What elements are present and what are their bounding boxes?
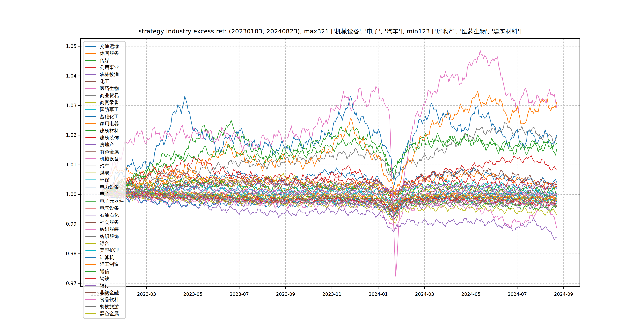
- legend-label: 电气设备: [100, 205, 119, 211]
- y-axis: 0.970.980.991.001.011.021.031.041.05: [66, 44, 80, 286]
- legend-item: 石油石化: [84, 212, 126, 219]
- y-tick-label: 1.02: [66, 132, 76, 138]
- legend-label: 纺织服装: [100, 226, 119, 232]
- y-tick-label: 1.03: [66, 103, 76, 108]
- legend-swatch: [85, 46, 96, 47]
- y-tick-label: 0.98: [66, 251, 76, 256]
- gridlines: [80, 38, 580, 286]
- x-tick-label: 2024-05: [461, 292, 480, 297]
- legend-swatch: [85, 123, 96, 124]
- legend-label: 房地产: [100, 142, 114, 148]
- legend-item: 机械设备: [84, 156, 126, 162]
- x-tick-label: 2024-01: [369, 292, 388, 297]
- legend-label: 餐饮旅游: [100, 304, 119, 310]
- legend-swatch: [85, 194, 96, 194]
- x-tick-label: 2023-09: [276, 292, 295, 297]
- legend-item: 社会服务: [84, 219, 126, 226]
- x-tick-label: 2023-05: [183, 292, 202, 297]
- legend-item: 综合: [84, 240, 126, 247]
- legend-label: 公用事业: [100, 64, 119, 70]
- legend-label: 环保: [100, 177, 109, 183]
- legend-item: 国防军工: [84, 106, 126, 113]
- legend-item: 农林牧渔: [84, 71, 126, 78]
- legend-item: 医药生物: [84, 85, 126, 92]
- legend-label: 计算机: [100, 254, 114, 260]
- legend-label: 家用电器: [100, 120, 119, 127]
- legend-swatch: [85, 243, 96, 244]
- legend-item: 基础化工: [84, 113, 126, 120]
- legend-label: 食品饮料: [100, 296, 119, 303]
- y-tick-label: 1.00: [66, 192, 76, 197]
- legend-swatch: [85, 257, 96, 258]
- legend-swatch: [85, 285, 96, 286]
- legend-item: 轻工制造: [84, 261, 126, 268]
- legend-label: 机械设备: [100, 156, 119, 162]
- legend-swatch: [85, 278, 96, 279]
- legend-swatch: [85, 144, 96, 145]
- legend-swatch: [85, 67, 96, 68]
- y-tick-label: 0.97: [66, 281, 76, 286]
- x-tick-label: 2023-11: [322, 292, 342, 297]
- legend-item: 美容护理: [84, 247, 126, 254]
- legend-swatch: [85, 74, 96, 75]
- legend-item: 银行: [84, 282, 126, 289]
- legend-swatch: [85, 95, 96, 96]
- x-tick-label: 2023-03: [137, 292, 156, 297]
- legend-swatch: [85, 158, 96, 159]
- legend-item: 汽车: [84, 162, 126, 169]
- x-tick-label: 2024-07: [508, 292, 527, 297]
- legend-swatch: [85, 81, 96, 82]
- legend-swatch: [85, 102, 96, 103]
- legend-item: 计算机: [84, 254, 126, 261]
- legend-swatch: [85, 172, 96, 173]
- legend-item: 煤炭: [84, 169, 126, 176]
- legend-label: 传媒: [100, 57, 109, 64]
- legend-swatch: [85, 53, 96, 54]
- legend-item: 建筑材料: [84, 127, 126, 134]
- legend-swatch: [85, 264, 96, 265]
- legend-swatch: [85, 306, 96, 307]
- legend-label: 非银金融: [100, 290, 119, 296]
- legend-swatch: [85, 109, 96, 110]
- legend-item: 有色金属: [84, 148, 126, 155]
- legend-label: 煤炭: [100, 170, 109, 176]
- legend-label: 商业贸易: [100, 92, 119, 99]
- y-tick-label: 1.01: [66, 162, 76, 168]
- legend-item: 商贸零售: [84, 99, 126, 106]
- legend-item: 黑色金属: [84, 310, 126, 317]
- legend-swatch: [85, 88, 96, 89]
- legend-label: 交通运输: [100, 43, 119, 50]
- legend-item: 非银金融: [84, 289, 126, 296]
- legend-label: 轻工制造: [100, 261, 119, 268]
- legend-item: 纺织服饰: [84, 233, 126, 240]
- legend-swatch: [85, 222, 96, 222]
- legend-swatch: [85, 116, 96, 117]
- series-line-电子: [100, 91, 556, 194]
- y-tick-label: 1.05: [66, 44, 76, 49]
- figure: strategy industry excess ret: (20230103,…: [0, 0, 644, 322]
- legend-item: 钢铁: [84, 275, 126, 282]
- legend-item: 公用事业: [84, 64, 126, 71]
- legend-label: 钢铁: [100, 275, 109, 282]
- legend-label: 有色金属: [100, 149, 119, 155]
- legend-label: 汽车: [100, 163, 109, 169]
- series-lines: [100, 50, 556, 276]
- legend-item: 商业贸易: [84, 92, 126, 99]
- legend-swatch: [85, 250, 96, 251]
- legend-label: 建筑材料: [100, 128, 119, 134]
- legend-label: 纺织服饰: [100, 233, 119, 240]
- legend-label: 电子元器件: [100, 198, 124, 204]
- legend-swatch: [85, 187, 96, 188]
- legend-item: 建筑装饰: [84, 134, 126, 141]
- legend-item: 纺织服装: [84, 226, 126, 233]
- legend-label: 社会服务: [100, 219, 119, 226]
- legend-label: 综合: [100, 240, 109, 246]
- legend-label: 石油石化: [100, 212, 119, 218]
- legend-label: 电力设备: [100, 184, 119, 190]
- legend-item: 通信: [84, 268, 126, 275]
- y-tick-label: 0.99: [66, 221, 76, 227]
- y-tick-label: 1.04: [66, 73, 76, 79]
- legend-label: 国防军工: [100, 106, 119, 113]
- legend-item: 休闲服务: [84, 50, 126, 57]
- legend-item: 电子: [84, 190, 126, 198]
